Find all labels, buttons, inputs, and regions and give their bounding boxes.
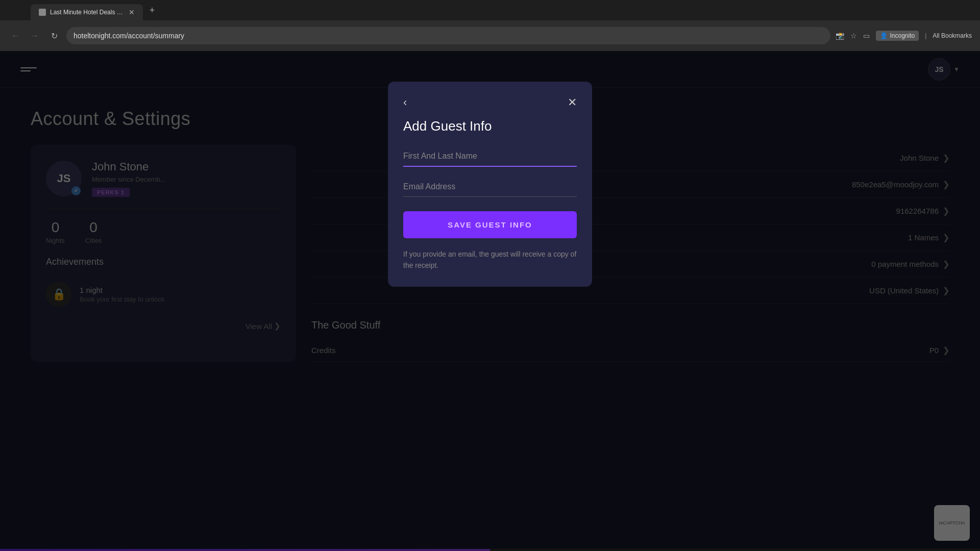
add-guest-modal: ‹ ✕ Add Guest Info SAVE GUEST INFO If yo… — [388, 82, 592, 287]
email-input[interactable] — [403, 177, 577, 197]
tab-close-button[interactable]: ✕ — [129, 8, 135, 16]
email-input-row — [403, 177, 577, 205]
nav-refresh-button[interactable]: ↻ — [47, 29, 61, 43]
tab-favicon — [39, 9, 46, 16]
save-guest-info-button[interactable]: SAVE GUEST INFO — [403, 211, 577, 238]
url-text: hoteltonight.com/account/summary — [74, 32, 184, 40]
tablet-icon[interactable]: ▭ — [863, 32, 870, 40]
camera-off-icon: 📸̸ — [836, 32, 844, 40]
modal-overlay: ‹ ✕ Add Guest Info SAVE GUEST INFO If yo… — [0, 51, 980, 551]
name-input[interactable] — [403, 146, 577, 167]
incognito-badge: 👤 Incognito — [876, 31, 919, 41]
address-bar[interactable]: hoteltonight.com/account/summary — [66, 27, 830, 44]
nav-back-button[interactable]: ← — [8, 29, 22, 43]
modal-title: Add Guest Info — [403, 118, 577, 134]
separator: | — [925, 32, 926, 39]
tab-title: Last Minute Hotel Deals at Gre... — [50, 9, 125, 16]
modal-info-text: If you provide an email, the guest will … — [403, 248, 577, 271]
modal-header: ‹ ✕ — [403, 97, 577, 108]
browser-tabs: Last Minute Hotel Deals at Gre... ✕ + — [0, 0, 980, 20]
new-tab-button[interactable]: + — [145, 3, 159, 17]
all-bookmarks-label[interactable]: All Bookmarks — [933, 32, 972, 39]
incognito-icon: 👤 — [880, 32, 888, 39]
browser-chrome: Last Minute Hotel Deals at Gre... ✕ + ← … — [0, 0, 980, 51]
browser-nav: ← → ↻ hoteltonight.com/account/summary 📸… — [0, 20, 980, 51]
name-input-row — [403, 146, 577, 175]
bookmark-icon[interactable]: ☆ — [850, 32, 857, 40]
modal-back-button[interactable]: ‹ — [403, 97, 407, 108]
modal-close-button[interactable]: ✕ — [568, 97, 577, 108]
page-content: JS ▼ Account & Settings JS ✓ John Stone … — [0, 51, 980, 551]
nav-forward-button[interactable]: → — [28, 29, 42, 43]
active-tab[interactable]: Last Minute Hotel Deals at Gre... ✕ — [31, 4, 143, 20]
nav-right-controls: 📸̸ ☆ ▭ 👤 Incognito | All Bookmarks — [836, 31, 972, 41]
